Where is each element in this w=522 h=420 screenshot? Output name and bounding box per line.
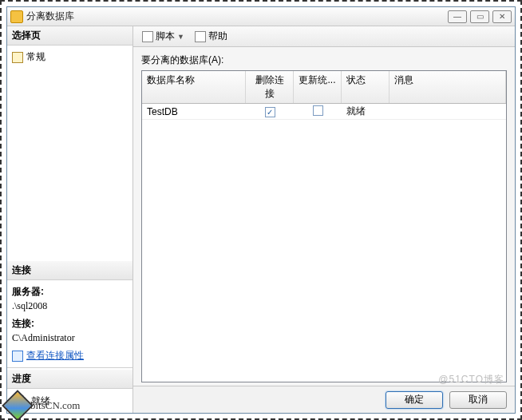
connection-header: 连接 — [7, 261, 132, 280]
grid-header: 数据库名称 删除连接 更新统... 状态 消息 — [142, 71, 506, 104]
minimize-button[interactable]: — — [448, 10, 467, 23]
col-message[interactable]: 消息 — [390, 71, 506, 103]
chevron-down-icon: ▼ — [177, 33, 184, 41]
app-icon — [10, 10, 23, 23]
col-status[interactable]: 状态 — [342, 71, 390, 103]
page-icon — [12, 52, 23, 63]
connection-props-icon — [12, 351, 23, 362]
connection-value: C\Administrator — [12, 332, 128, 344]
script-button[interactable]: 脚本 ▼ — [138, 27, 188, 46]
script-label: 脚本 — [156, 30, 175, 43]
progress-header: 进度 — [7, 370, 132, 389]
sidebar: 选择页 常规 连接 服务器: .\sql2008 连接: C\Administr… — [7, 26, 133, 413]
connection-label: 连接: — [12, 317, 128, 331]
col-name[interactable]: 数据库名称 — [142, 71, 246, 103]
databases-label: 要分离的数据库(A): — [141, 53, 507, 67]
table-row[interactable]: TestDB ✓ 就绪 — [142, 104, 506, 120]
logo: bitsCN.com — [6, 394, 80, 417]
cell-db-name: TestDB — [142, 105, 246, 119]
help-label: 帮助 — [208, 30, 227, 43]
drop-connections-checkbox[interactable]: ✓ — [265, 107, 275, 117]
col-update-stats[interactable]: 更新统... — [294, 71, 342, 103]
page-general-label: 常规 — [26, 50, 45, 64]
ok-button[interactable]: 确定 — [386, 391, 443, 409]
dialog-footer: 确定 取消 — [133, 386, 515, 413]
view-connection-properties[interactable]: 查看连接属性 — [12, 349, 128, 363]
titlebar: 分离数据库 — ▭ ✕ — [7, 7, 515, 26]
cancel-button[interactable]: 取消 — [449, 391, 507, 409]
server-value: .\sql2008 — [12, 300, 128, 312]
cell-status: 就绪 — [342, 103, 390, 120]
close-button[interactable]: ✕ — [492, 10, 512, 23]
databases-grid[interactable]: 数据库名称 删除连接 更新统... 状态 消息 TestDB ✓ — [141, 70, 507, 382]
select-page-header: 选择页 — [7, 26, 132, 46]
logo-icon — [2, 390, 34, 420]
main-panel: 脚本 ▼ 帮助 要分离的数据库(A): 数据库名称 删除连接 更新统... 状态 — [133, 26, 515, 413]
update-stats-checkbox[interactable] — [313, 105, 323, 116]
help-icon — [195, 31, 206, 42]
view-connection-properties-link[interactable]: 查看连接属性 — [26, 350, 84, 361]
help-button[interactable]: 帮助 — [191, 27, 231, 46]
dialog-window: 分离数据库 — ▭ ✕ 选择页 常规 连接 服务器: .\sql2008 连接:… — [6, 6, 516, 414]
logo-text: bitsCN.com — [30, 399, 80, 412]
toolbar: 脚本 ▼ 帮助 — [133, 26, 515, 47]
page-general[interactable]: 常规 — [12, 49, 128, 65]
col-drop-connections[interactable]: 删除连接 — [246, 71, 294, 103]
script-icon — [142, 31, 153, 42]
server-label: 服务器: — [12, 285, 128, 299]
window-title: 分离数据库 — [26, 10, 448, 23]
maximize-button[interactable]: ▭ — [470, 10, 489, 23]
cell-message — [390, 110, 506, 113]
